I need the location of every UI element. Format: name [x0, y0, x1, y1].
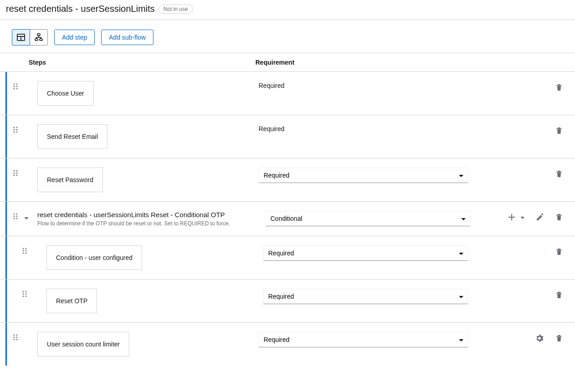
page-title: reset credentials - userSessionLimits: [6, 4, 155, 14]
gear-icon: [535, 334, 543, 342]
page-header: reset credentials - userSessionLimits No…: [0, 0, 575, 20]
flow-row: User session count limiter Required: [0, 322, 575, 366]
edit-button[interactable]: [535, 212, 544, 221]
trash-icon: [555, 290, 563, 299]
step-box[interactable]: User session count limiter: [37, 332, 129, 356]
step-box[interactable]: Choose User: [37, 81, 94, 106]
view-diagram-button[interactable]: [30, 29, 48, 46]
step-box[interactable]: Reset OTP: [46, 289, 97, 313]
trash-icon: [555, 126, 563, 134]
requirement-value: Required: [259, 81, 285, 89]
delete-button[interactable]: [554, 125, 564, 135]
flow-row: Send Reset Email Required: [0, 115, 575, 158]
view-toggle: [12, 29, 48, 46]
step-box[interactable]: Reset Password: [37, 168, 103, 192]
flow-indicator: [5, 72, 7, 115]
requirement-value: Required: [259, 124, 285, 132]
toolbar: Add step Add sub-flow: [0, 20, 575, 53]
subflow-description: Flow to determine if the OTP should be r…: [37, 220, 265, 227]
step-box[interactable]: Condition - user configured: [46, 245, 142, 270]
trash-icon: [555, 83, 563, 91]
flow-indicator: [5, 202, 7, 236]
trash-icon: [555, 247, 563, 255]
flow-indicator: [5, 236, 7, 279]
requirement-select[interactable]: Required: [263, 245, 468, 261]
requirement-select[interactable]: Required: [259, 168, 468, 183]
delete-button[interactable]: [554, 168, 564, 178]
flow-indicator: [5, 115, 7, 158]
flow-list: Choose User Required Send Reset Email Re…: [0, 71, 575, 366]
requirement-select[interactable]: Required: [259, 332, 468, 347]
drag-handle-icon[interactable]: [11, 334, 20, 341]
flow-indicator: [5, 280, 7, 322]
collapse-button[interactable]: [21, 214, 30, 222]
delete-button[interactable]: [554, 290, 564, 300]
pencil-icon: [536, 213, 543, 220]
flow-row: Reset Password Required: [0, 158, 575, 201]
drag-handle-icon[interactable]: [20, 290, 29, 298]
table-header: Steps Requirement: [0, 53, 575, 71]
table-icon: [17, 33, 25, 41]
drag-handle-icon[interactable]: [20, 247, 29, 255]
chevron-down-icon: [22, 214, 29, 221]
delete-button[interactable]: [554, 212, 564, 222]
flow-indicator: [5, 323, 7, 366]
requirement-select[interactable]: Conditional: [265, 211, 470, 226]
requirement-select[interactable]: Required: [263, 289, 468, 304]
flow-row: Condition - user configured Required: [0, 236, 575, 279]
plus-icon: [508, 213, 515, 220]
flow-indicator: [5, 158, 7, 201]
add-step-button[interactable]: Add step: [54, 30, 95, 45]
subflow-title: reset credentials - userSessionLimits Re…: [37, 211, 265, 219]
flow-row: Reset OTP Required: [0, 279, 575, 322]
delete-button[interactable]: [554, 82, 564, 92]
view-table-button[interactable]: [12, 29, 30, 46]
add-subflow-button[interactable]: Add sub-flow: [101, 30, 153, 45]
delete-button[interactable]: [554, 333, 564, 343]
drag-handle-icon[interactable]: [11, 169, 20, 177]
diagram-icon: [35, 33, 43, 41]
trash-icon: [555, 334, 563, 342]
trash-icon: [555, 169, 563, 178]
drag-handle-icon[interactable]: [11, 126, 20, 133]
column-steps: Steps: [29, 59, 255, 66]
column-requirement: Requirement: [255, 59, 575, 66]
status-badge: Not in use: [158, 5, 193, 14]
subflow-add-menu[interactable]: [518, 213, 525, 220]
drag-handle-icon[interactable]: [11, 213, 20, 220]
flow-row: Choose User Required: [0, 71, 575, 115]
subflow-row: reset credentials - userSessionLimits Re…: [0, 201, 575, 236]
caret-down-icon: [519, 214, 524, 219]
trash-icon: [555, 213, 563, 221]
drag-handle-icon[interactable]: [11, 83, 20, 90]
settings-button[interactable]: [534, 333, 544, 343]
subflow-add-button[interactable]: [507, 212, 516, 221]
step-box[interactable]: Send Reset Email: [37, 124, 107, 149]
delete-button[interactable]: [554, 246, 564, 256]
